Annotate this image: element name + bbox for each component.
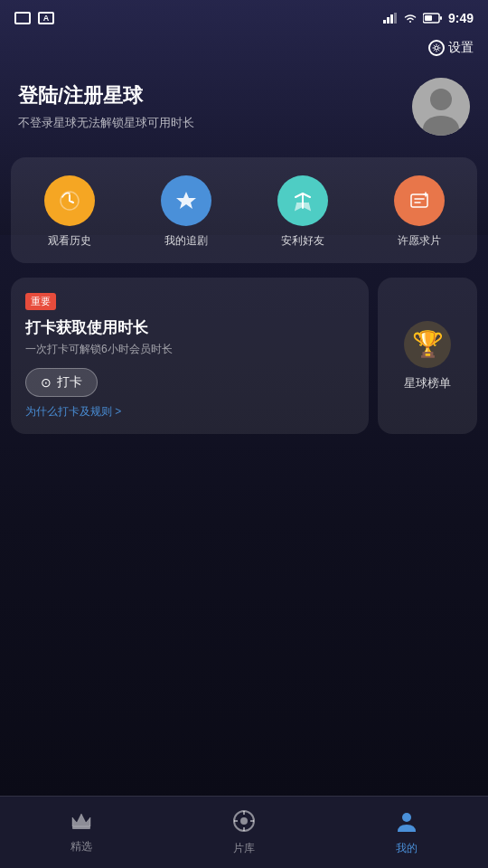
svg-point-21 (402, 813, 411, 822)
film-nav-icon (231, 808, 257, 837)
ranking-card[interactable]: 🏆 星球榜单 (378, 278, 477, 434)
wishlist-label: 许愿求片 (398, 233, 441, 249)
signal-icon (383, 13, 398, 24)
drama-icon (161, 175, 211, 226)
checkin-rules-link[interactable]: 为什么打卡及规则 > (25, 404, 354, 420)
user-title[interactable]: 登陆/注册星球 (18, 82, 412, 109)
action-drama[interactable]: 我的追剧 (161, 175, 211, 249)
user-info: 登陆/注册星球 不登录星球无法解锁星球可用时长 (18, 82, 412, 131)
nav-mine-label: 我的 (396, 841, 418, 856)
wifi-icon (403, 13, 418, 24)
status-square-icon (14, 12, 31, 24)
person-nav-icon (394, 808, 419, 837)
checkin-title: 打卡获取使用时长 (25, 317, 354, 338)
user-avatar[interactable] (412, 78, 470, 136)
checkin-btn-label: 打卡 (57, 374, 82, 391)
action-history[interactable]: 观看历史 (44, 175, 95, 249)
svg-marker-12 (176, 192, 196, 209)
svg-rect-0 (383, 20, 386, 24)
nav-featured-label: 精选 (70, 839, 92, 854)
share-icon (277, 175, 328, 226)
nav-featured[interactable]: 精选 (0, 797, 163, 868)
crown-nav-icon (69, 810, 94, 835)
action-share[interactable]: 安利好友 (277, 175, 328, 249)
settings-circle-icon (428, 40, 445, 56)
trophy-icon: 🏆 (404, 321, 451, 368)
svg-rect-6 (440, 16, 442, 20)
settings-button[interactable]: 设置 (428, 40, 474, 56)
history-icon (44, 175, 95, 226)
svg-rect-5 (425, 15, 432, 21)
checkin-desc: 一次打卡可解锁6小时会员时长 (25, 342, 354, 357)
status-bar: A 9:49 (0, 0, 488, 33)
share-label: 安利好友 (281, 233, 324, 249)
history-label: 观看历史 (48, 233, 91, 249)
status-time: 9:49 (448, 11, 474, 25)
checkin-clock-icon: ⊙ (41, 375, 52, 390)
svg-point-16 (240, 817, 248, 825)
svg-rect-3 (394, 13, 397, 24)
nav-mine[interactable]: 我的 (325, 797, 488, 868)
settings-label: 设置 (448, 40, 474, 56)
svg-rect-2 (390, 14, 393, 24)
svg-rect-1 (387, 17, 389, 24)
svg-point-9 (430, 89, 452, 110)
checkin-button[interactable]: ⊙ 打卡 (25, 368, 98, 397)
status-right-icons: 9:49 (383, 11, 474, 25)
svg-rect-14 (72, 826, 90, 829)
nav-library[interactable]: 片库 (163, 797, 325, 868)
nav-library-label: 片库 (233, 841, 255, 856)
svg-point-7 (435, 46, 438, 50)
battery-icon (423, 13, 443, 24)
checkin-card: 重要 打卡获取使用时长 一次打卡可解锁6小时会员时长 ⊙ 打卡 为什么打卡及规则… (11, 278, 369, 434)
drama-label: 我的追剧 (164, 233, 208, 249)
user-subtitle: 不登录星球无法解锁星球可用时长 (18, 115, 412, 131)
cards-section: 重要 打卡获取使用时长 一次打卡可解锁6小时会员时长 ⊙ 打卡 为什么打卡及规则… (11, 278, 477, 434)
action-wishlist[interactable]: 许愿求片 (394, 175, 445, 249)
user-section: 登陆/注册星球 不登录星球无法解锁星球可用时长 (0, 63, 488, 143)
gear-icon (432, 43, 441, 52)
status-a-icon: A (38, 12, 54, 24)
ranking-label: 星球榜单 (404, 375, 451, 392)
avatar-image (412, 78, 470, 136)
settings-bar: 设置 (0, 33, 488, 63)
checkin-badge: 重要 (25, 293, 56, 310)
wishlist-icon (394, 175, 445, 226)
quick-actions-panel: 观看历史 我的追剧 安利好友 许愿求片 (11, 157, 477, 263)
status-left-icons: A (14, 12, 54, 24)
bottom-nav: 精选 片库 我的 (0, 796, 488, 868)
